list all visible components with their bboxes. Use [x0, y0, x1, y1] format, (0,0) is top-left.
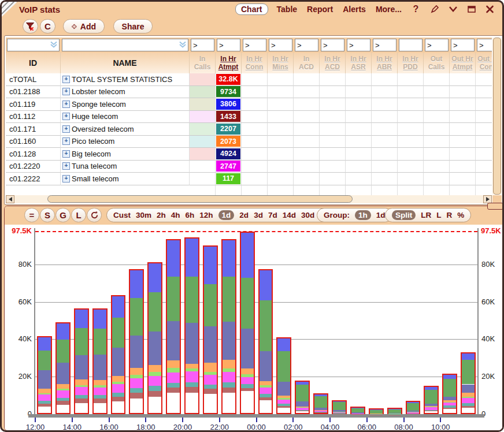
column-header-in-hr-atmpt[interactable]: In HrAtmpt	[216, 53, 242, 73]
chart-button-=[interactable]: =	[24, 208, 39, 222]
clear-filter-button[interactable]: C	[40, 19, 55, 33]
table-row[interactable]: c01.2220+Tuna telecom2747	[6, 161, 492, 173]
expand-icon[interactable]: +	[62, 125, 70, 133]
split-option-LR[interactable]: LR	[421, 211, 431, 219]
column-header-name[interactable]: NAME	[61, 53, 190, 73]
chart-bar-12:00[interactable]	[37, 336, 52, 414]
split-option-L[interactable]: L	[436, 211, 441, 219]
numeric-filter-input-2[interactable]: >	[243, 39, 266, 51]
vertical-scroll-thumb[interactable]	[493, 38, 501, 195]
horizontal-scroll-thumb[interactable]	[47, 195, 353, 203]
range-option-12h[interactable]: 12h	[199, 211, 213, 219]
range-option-2h[interactable]: 2h	[157, 211, 166, 219]
chart-button-l[interactable]: L	[71, 208, 86, 222]
chart-bar-02:00[interactable]	[295, 381, 310, 414]
chart-bar-10:00[interactable]	[442, 374, 457, 414]
chart-bar-05:00[interactable]	[350, 407, 365, 414]
expand-icon[interactable]: +	[62, 175, 70, 183]
numeric-filter-input-0[interactable]: >	[191, 39, 214, 51]
chart-bar-14:00[interactable]	[74, 308, 89, 414]
split-option-R[interactable]: R	[447, 211, 453, 219]
chart-bar-07:00[interactable]	[387, 408, 402, 414]
column-header-in-acd[interactable]: InACD	[294, 53, 320, 73]
chart-bar-06:00[interactable]	[369, 408, 384, 414]
chart-button-g[interactable]: G	[55, 208, 71, 222]
group-option-1d[interactable]: 1d	[376, 211, 386, 219]
range-option-7d[interactable]: 7d	[268, 211, 277, 219]
table-row[interactable]: c01.160+Pico telecom2073	[6, 136, 492, 148]
tab-alerts[interactable]: Alerts	[342, 4, 367, 14]
chart-bar-11:00[interactable]	[461, 352, 476, 414]
table-row[interactable]: c01.171+Oversized telecom2207	[6, 123, 492, 136]
chart-bar-09:00[interactable]	[424, 386, 439, 414]
numeric-filter-input-3[interactable]: >	[269, 39, 292, 51]
chart-bar-00:00[interactable]	[258, 269, 273, 414]
expand-icon[interactable]: +	[62, 76, 70, 83]
name-filter-select[interactable]	[62, 39, 188, 51]
column-header-out-calls[interactable]: OutCalls	[424, 53, 450, 73]
edit-icon[interactable]	[429, 4, 440, 15]
column-header-in-hr-acd[interactable]: In HrACD	[320, 53, 346, 73]
numeric-filter-input-11[interactable]: >	[477, 39, 492, 51]
expand-icon[interactable]: +	[62, 150, 70, 158]
split-option-pct[interactable]: %	[457, 211, 464, 219]
chart-refresh-button[interactable]	[87, 208, 102, 222]
chart-bar-15:00[interactable]	[92, 308, 108, 414]
column-header-in-hr-mins[interactable]: In HrMins	[268, 53, 294, 73]
expand-icon[interactable]: +	[62, 137, 70, 145]
share-button[interactable]: Share	[113, 19, 153, 33]
filter-button[interactable]	[23, 19, 38, 33]
numeric-filter-input-10[interactable]: >	[451, 39, 475, 51]
table-row[interactable]: c01.2222+Small telecom117	[6, 173, 492, 185]
column-header-id[interactable]: ID	[6, 53, 61, 73]
chart-bar-16:00[interactable]	[111, 295, 126, 414]
column-header-out-hr-conn[interactable]: Out HrConn	[476, 53, 492, 73]
numeric-filter-input-6[interactable]: >	[347, 39, 370, 51]
range-option-30m[interactable]: 30m	[136, 211, 151, 219]
add-button[interactable]: Add	[63, 19, 105, 33]
table-horizontal-scrollbar[interactable]	[6, 195, 492, 203]
range-option-1d[interactable]: 1d	[218, 210, 235, 220]
close-icon[interactable]	[484, 4, 495, 15]
tab-report[interactable]: Report	[306, 4, 334, 14]
column-header-in-calls[interactable]: InCalls	[190, 53, 216, 73]
numeric-filter-input-7[interactable]: >	[373, 39, 396, 51]
split-toggle[interactable]: Split	[392, 210, 416, 220]
expand-icon[interactable]: +	[62, 100, 70, 108]
range-option-Cust[interactable]: Cust	[113, 211, 131, 219]
range-option-14d[interactable]: 14d	[283, 211, 296, 219]
chart-bar-08:00[interactable]	[406, 401, 421, 414]
chart-bar-20:00[interactable]	[184, 237, 199, 414]
scroll-left-button[interactable]	[6, 195, 14, 203]
id-filter-select[interactable]	[7, 39, 60, 51]
table-row[interactable]: c01.112+Huge telecom1433	[6, 111, 492, 124]
column-header-in-hr-abr[interactable]: In HrABR	[372, 53, 398, 73]
table-vertical-scrollbar[interactable]	[492, 38, 502, 195]
chart-bar-23:00[interactable]	[240, 232, 255, 414]
scroll-right-button[interactable]	[483, 195, 492, 203]
group-option-1h[interactable]: 1h	[355, 210, 371, 220]
tab-chart[interactable]: Chart	[235, 3, 268, 15]
chart-bar-18:00[interactable]	[147, 262, 162, 414]
chart-bar-01:00[interactable]	[276, 337, 291, 414]
column-header-out-hr-atmpt[interactable]: Out HrAtmpt	[450, 53, 476, 73]
column-header-in-hr-pdd[interactable]: In HrPDD	[398, 53, 424, 73]
tab-more[interactable]: More...	[375, 4, 403, 14]
range-option-30d[interactable]: 30d	[301, 211, 314, 219]
expand-icon[interactable]: +	[62, 113, 70, 120]
table-row[interactable]: c01.128+Big telecom4924	[6, 148, 492, 161]
column-header-in-hr-conn[interactable]: In HrConn	[242, 53, 268, 73]
table-row[interactable]: cTOTAL+TOTAL SYSTEM STATISTICS32.8K	[6, 73, 492, 86]
expand-icon[interactable]: +	[62, 88, 70, 95]
numeric-filter-input-5[interactable]: >	[321, 39, 344, 51]
numeric-filter-input-9[interactable]: >	[425, 39, 449, 51]
table-row[interactable]: c01.2188+Lobster telecom9734	[6, 86, 492, 99]
expand-icon[interactable]: +	[62, 162, 70, 170]
window-icon[interactable]	[466, 4, 477, 15]
table-row[interactable]: c01.119+Sponge telecom3806	[6, 98, 492, 111]
numeric-filter-input-4[interactable]: >	[295, 39, 318, 51]
chart-bar-04:00[interactable]	[332, 400, 347, 414]
chart-button-s[interactable]: S	[40, 208, 55, 222]
range-option-6h[interactable]: 6h	[186, 211, 195, 219]
numeric-filter-input-8[interactable]	[399, 39, 423, 51]
